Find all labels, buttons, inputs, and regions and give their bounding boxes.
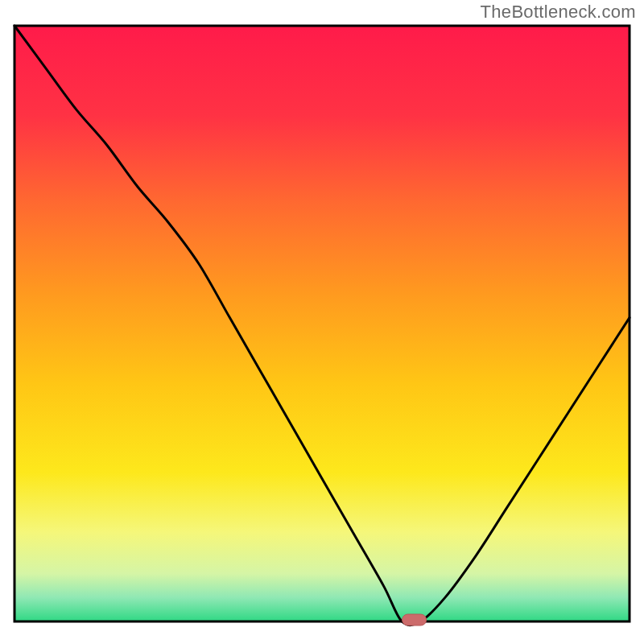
bottleneck-chart xyxy=(0,0,644,644)
optimal-marker xyxy=(402,614,427,625)
plot-background xyxy=(14,26,630,621)
attribution-label: TheBottleneck.com xyxy=(481,2,636,23)
chart-container: TheBottleneck.com xyxy=(0,0,644,644)
